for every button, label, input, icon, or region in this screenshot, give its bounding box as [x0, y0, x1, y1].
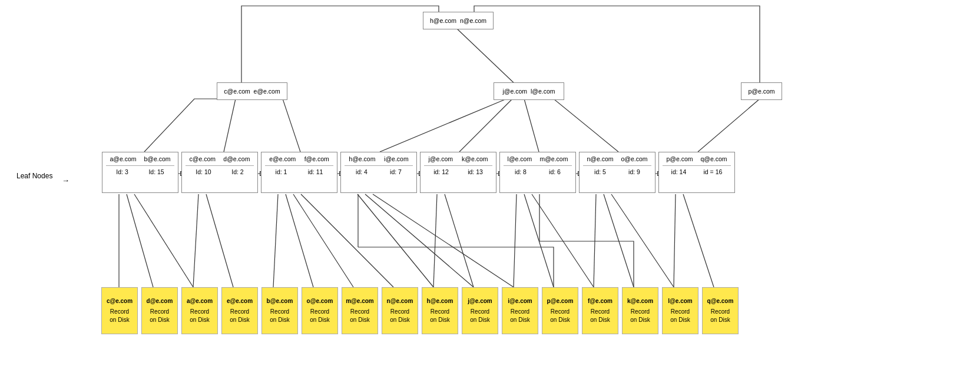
disk-e-record: Recordon Disk: [230, 308, 249, 324]
svg-line-14: [127, 194, 153, 287]
disk-node-p2: p@e.com Recordon Disk: [542, 287, 578, 334]
leaf-lm-id1: id: 8: [515, 168, 527, 177]
disk-c-email: c@e.com: [107, 297, 133, 305]
disk-k-email: k@e.com: [627, 297, 653, 305]
svg-line-22: [357, 194, 433, 287]
disk-h-record: Recordon Disk: [430, 308, 449, 324]
disk-node-d: d@e.com Recordon Disk: [141, 287, 178, 334]
leaf-pq-id2: id = 16: [704, 168, 723, 177]
top-node-hn: h@e.com n@e.com: [423, 12, 494, 29]
disk-h-email: h@e.com: [427, 297, 453, 305]
leaf-jk-id2: id: 13: [468, 168, 483, 177]
disk-m-record: Recordon Disk: [350, 308, 369, 324]
leaf-node-ef: e@e.com f@e.com id: 1 id: 11: [261, 152, 337, 193]
disk-node-h: h@e.com Recordon Disk: [422, 287, 458, 334]
level2-node-p-label: p@e.com: [748, 87, 774, 96]
svg-line-1: [224, 99, 236, 152]
svg-line-35: [683, 194, 714, 287]
leaf-jk-email1: j@e.com: [428, 155, 453, 164]
disk-p2-email: p@e.com: [547, 297, 574, 305]
leaf-ab-email2: b@e.com: [144, 155, 170, 164]
disk-q-email: q@e.com: [707, 297, 734, 305]
svg-line-32: [604, 194, 634, 287]
disk-n-record: Recordon Disk: [390, 308, 409, 324]
svg-line-16: [193, 194, 198, 287]
disk-o-email: o@e.com: [307, 297, 333, 305]
leaf-hi-id2: id: 7: [390, 168, 402, 177]
disk-l-email: l@e.com: [668, 297, 692, 305]
disk-node-q: q@e.com Recordon Disk: [702, 287, 739, 334]
disk-b-record: Recordon Disk: [270, 308, 289, 324]
disk-e-email: e@e.com: [227, 297, 253, 305]
leaf-hi-email1: h@e.com: [349, 155, 375, 164]
svg-line-28: [514, 194, 517, 287]
level2-node-jl-label: j@e.com l@e.com: [502, 87, 555, 96]
disk-m-email: m@e.com: [346, 297, 374, 305]
disk-i-record: Recordon Disk: [510, 308, 529, 324]
svg-line-15: [134, 194, 193, 287]
leaf-ab-id1: Id: 3: [116, 168, 128, 177]
disk-a-record: Recordon Disk: [190, 308, 209, 324]
leaf-ef-email2: f@e.com: [304, 155, 329, 164]
leaf-ef-id1: id: 1: [276, 168, 287, 177]
disk-q-record: Recordon Disk: [710, 308, 730, 324]
disk-j-email: j@e.com: [468, 297, 492, 305]
leaf-node-no: n@e.com o@e.com id: 5 id: 9: [579, 152, 655, 193]
svg-line-18: [273, 194, 278, 287]
disk-b-email: b@e.com: [267, 297, 293, 305]
leaf-lm-email1: l@e.com: [508, 155, 532, 164]
svg-line-2: [380, 99, 506, 152]
svg-line-26: [433, 194, 437, 287]
svg-line-33: [611, 194, 674, 287]
leaf-jk-email2: k@e.com: [462, 155, 488, 164]
disk-node-j: j@e.com Recordon Disk: [462, 287, 498, 334]
leaf-ab-email1: a@e.com: [110, 155, 136, 164]
leaf-no-id2: id: 9: [628, 168, 640, 177]
leaf-hi-email2: i@e.com: [384, 155, 409, 164]
arrow: →: [62, 176, 69, 185]
leaf-pq-id1: id: 14: [671, 168, 687, 177]
svg-line-0: [456, 28, 518, 87]
svg-line-21: [301, 194, 393, 287]
leaf-cd-id1: Id: 10: [196, 168, 211, 177]
leaf-pq-email1: p@e.com: [666, 155, 693, 164]
leaf-node-hi: h@e.com i@e.com id: 4 id: 7: [340, 152, 417, 193]
disk-node-l: l@e.com Recordon Disk: [662, 287, 698, 334]
svg-line-5: [698, 99, 760, 152]
disk-d-email: d@e.com: [147, 297, 173, 305]
svg-line-31: [594, 194, 596, 287]
leaf-jk-id1: id: 12: [433, 168, 449, 177]
disk-node-a: a@e.com Recordon Disk: [181, 287, 218, 334]
level2-node-jl: j@e.com l@e.com: [494, 82, 564, 100]
disk-c-record: Recordon Disk: [110, 308, 129, 324]
svg-line-17: [206, 194, 233, 287]
disk-d-record: Recordon Disk: [150, 308, 169, 324]
leaf-cd-email2: d@e.com: [223, 155, 250, 164]
disk-i-email: i@e.com: [508, 297, 532, 305]
diagram-container: Leaf Nodes →: [0, 0, 980, 386]
disk-node-i: i@e.com Recordon Disk: [502, 287, 538, 334]
disk-node-o: o@e.com Recordon Disk: [302, 287, 338, 334]
disk-node-m: m@e.com Recordon Disk: [342, 287, 378, 334]
disk-node-f: f@e.com Recordon Disk: [582, 287, 618, 334]
leaf-node-pq: p@e.com q@e.com id: 14 id = 16: [658, 152, 735, 193]
leaf-node-lm: l@e.com m@e.com id: 8 id: 6: [499, 152, 576, 193]
disk-p2-record: Recordon Disk: [550, 308, 570, 324]
disk-o-record: Recordon Disk: [310, 308, 329, 324]
leaf-cd-email1: c@e.com: [190, 155, 216, 164]
disk-l-record: Recordon Disk: [670, 308, 690, 324]
disk-f-record: Recordon Disk: [590, 308, 610, 324]
disk-a-email: a@e.com: [187, 297, 213, 305]
svg-line-20: [293, 194, 353, 287]
svg-line-19: [286, 194, 313, 287]
svg-line-34: [674, 194, 676, 287]
leaf-node-cd: c@e.com d@e.com Id: 10 Id: 2: [181, 152, 258, 193]
disk-k-record: Recordon Disk: [630, 308, 650, 324]
leaf-cd-id2: Id: 2: [231, 168, 243, 177]
leaf-hi-id1: id: 4: [356, 168, 368, 177]
leaf-ef-id2: id: 11: [308, 168, 323, 177]
svg-line-27: [445, 194, 474, 287]
level2-node-p: p@e.com: [741, 82, 782, 100]
svg-line-23: [365, 194, 474, 287]
level2-node-ce: c@e.com e@e.com: [217, 82, 287, 100]
